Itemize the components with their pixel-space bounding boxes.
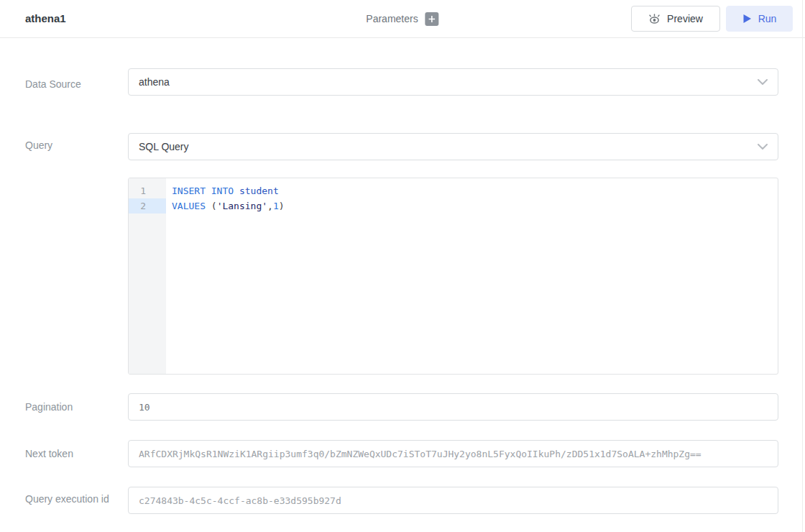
sql-number-literal: 1 xyxy=(273,201,279,211)
query-title: athena1 xyxy=(25,0,66,37)
parameters-group: Parameters xyxy=(366,0,438,37)
sql-line-2: VALUES ('Lansing',1) xyxy=(172,198,778,214)
run-button[interactable]: Run xyxy=(726,6,793,32)
add-parameter-button[interactable] xyxy=(426,12,439,26)
play-icon xyxy=(742,14,752,24)
sql-line-1: INSERT INTO student xyxy=(172,183,778,198)
chevron-down-icon xyxy=(758,79,768,85)
sql-comma: , xyxy=(267,201,273,211)
header-actions: Preview Run xyxy=(631,6,793,32)
panel-right-divider xyxy=(802,0,803,532)
parameters-label: Parameters xyxy=(366,13,418,24)
chevron-down-icon xyxy=(758,144,768,150)
pagination-label: Pagination xyxy=(25,398,115,416)
query-execution-id-label: Query execution id xyxy=(25,490,115,508)
line-number-2-active: 2 xyxy=(129,198,166,214)
query-type-value: SQL Query xyxy=(139,141,189,152)
header: athena1 Parameters Preview xyxy=(0,0,805,38)
data-source-label: Data Source xyxy=(25,75,115,93)
sql-paren: ) xyxy=(279,201,285,211)
sql-keyword: VALUES xyxy=(172,201,211,211)
preview-button[interactable]: Preview xyxy=(631,6,720,32)
eye-icon xyxy=(648,14,661,24)
editor-code-area[interactable]: INSERT INTO student VALUES ('Lansing',1) xyxy=(166,178,778,374)
query-execution-id-input[interactable] xyxy=(128,487,778,514)
query-type-select[interactable]: SQL Query xyxy=(128,133,778,160)
editor-gutter: 1 2 xyxy=(129,178,166,374)
sql-string-literal: 'Lansing' xyxy=(217,201,267,211)
sql-keyword: INSERT INTO xyxy=(172,185,239,196)
sql-table-name: student xyxy=(239,185,279,196)
query-editor-panel: athena1 Parameters Preview xyxy=(0,0,805,532)
plus-icon xyxy=(429,14,436,24)
data-source-select[interactable]: athena xyxy=(128,68,778,96)
sql-paren: ( xyxy=(211,201,217,211)
pagination-input[interactable] xyxy=(128,393,778,421)
data-source-value: athena xyxy=(139,76,170,88)
query-type-label: Query xyxy=(25,137,115,155)
next-token-label: Next token xyxy=(25,445,115,463)
next-token-input[interactable] xyxy=(128,440,778,467)
sql-editor[interactable]: 1 2 INSERT INTO student VALUES ('Lansing… xyxy=(128,178,778,375)
preview-button-label: Preview xyxy=(667,13,703,24)
run-button-label: Run xyxy=(758,13,777,24)
line-number-1: 1 xyxy=(129,183,166,198)
